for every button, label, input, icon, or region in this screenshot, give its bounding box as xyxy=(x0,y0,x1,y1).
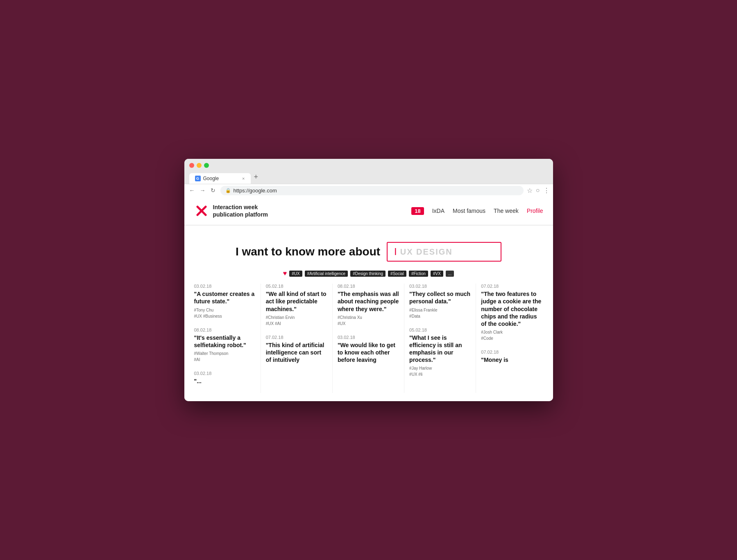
browser-window: G Google × + ← → ↻ 🔒 https://google.com … xyxy=(184,159,553,401)
tag-bar: ♥ #UX #Artificial intelligence #Design t… xyxy=(184,270,553,284)
refresh-button[interactable]: ↻ xyxy=(209,186,217,194)
search-box[interactable]: I UX DESIGN xyxy=(387,242,501,262)
close-window-button[interactable] xyxy=(189,163,194,168)
tag-ai[interactable]: #Artificial intelligence xyxy=(305,271,348,277)
tag-fiction[interactable]: #Fiction xyxy=(409,271,428,277)
menu-icon[interactable]: ⋮ xyxy=(543,187,550,194)
tag-social[interactable]: #Social xyxy=(388,271,406,277)
article-item: 03.02.18 "A customer creates a future st… xyxy=(194,284,256,319)
articles-section: 03.02.18 "A customer creates a future st… xyxy=(184,284,553,401)
article-item: 05.02.18 "We all kind of start to act li… xyxy=(266,284,327,327)
article-quote: "It's essentially a selfietaking robot." xyxy=(194,334,256,349)
article-tags: #Code xyxy=(481,335,543,341)
article-quote: "A customer creates a future state." xyxy=(194,290,256,305)
nav-link-profile[interactable]: Profile xyxy=(527,208,543,214)
article-item: 05.02.18 "What I see is efficiency is st… xyxy=(409,327,471,378)
article-meta: #Christian Ervin #UX #AI xyxy=(266,314,327,327)
article-col-5: 07.02.18 "The two features to judge a co… xyxy=(476,284,548,393)
article-tags: #UX #AI xyxy=(266,321,327,327)
article-date: 07.02.18 xyxy=(266,335,327,340)
url-text: https://google.com xyxy=(234,187,277,194)
new-tab-button[interactable]: + xyxy=(251,171,262,183)
article-tags: #UX #Business xyxy=(194,313,256,319)
address-bar[interactable]: 🔒 https://google.com xyxy=(220,186,524,195)
forward-button[interactable]: → xyxy=(198,186,207,194)
article-col-3: 08.02.18 "The emphasis was all about rea… xyxy=(333,284,404,393)
article-item: 08.02.18 "It's essentially a selfietakin… xyxy=(194,327,256,363)
article-author: #Tony Chu xyxy=(194,307,256,313)
article-item: 03.02.18 "We would like to get to know e… xyxy=(338,335,399,364)
lock-icon: 🔒 xyxy=(225,188,231,193)
desktop-background: G Google × + ← → ↻ 🔒 https://google.com … xyxy=(0,0,737,560)
article-meta: #Elissa Frankle #Data xyxy=(409,307,471,319)
browser-chrome: G Google × + ← → ↻ 🔒 https://google.com … xyxy=(184,159,553,197)
article-item: 07.02.18 "Money is xyxy=(481,350,543,364)
article-quote: "We all kind of start to act like predic… xyxy=(266,290,327,313)
site-nav: 18 IxDA Most famous The week Profile xyxy=(411,207,543,215)
maximize-window-button[interactable] xyxy=(204,163,209,168)
nav-link-ixda[interactable]: IxDA xyxy=(432,208,444,214)
profile-icon[interactable]: ○ xyxy=(536,187,540,194)
search-placeholder-text: UX DESIGN xyxy=(400,247,453,257)
address-bar-nav: ← → ↻ xyxy=(188,186,217,194)
article-author: #Jay Harlow xyxy=(409,365,471,371)
article-author: #Walter Thompson xyxy=(194,350,256,357)
article-date: 07.02.18 xyxy=(481,350,543,355)
article-item: 03.02.18 "They collect so much personal … xyxy=(409,284,471,319)
nav-badge[interactable]: 18 xyxy=(411,207,424,215)
article-author: #Christina Xu xyxy=(338,314,399,321)
article-meta: #Josh Clark #Code xyxy=(481,329,543,341)
article-meta: #Tony Chu #UX #Business xyxy=(194,307,256,319)
nav-link-most-famous[interactable]: Most famous xyxy=(453,208,485,214)
address-bar-row: ← → ↻ 🔒 https://google.com ☆ ○ ⋮ xyxy=(184,184,553,197)
site-header: Interaction week publication platform 18… xyxy=(184,197,553,225)
tag-design-thinking[interactable]: #Design thinking xyxy=(350,271,386,277)
search-cursor-icon: I xyxy=(394,246,397,257)
heart-icon[interactable]: ♥ xyxy=(283,270,287,277)
article-quote: "The emphasis was all about reaching peo… xyxy=(338,290,399,313)
article-col-2: 05.02.18 "We all kind of start to act li… xyxy=(261,284,333,393)
tag-ux[interactable]: #UX xyxy=(289,271,302,277)
article-date: 08.02.18 xyxy=(194,327,256,332)
back-button[interactable]: ← xyxy=(188,186,197,194)
article-meta: #Jay Harlow #UX #li xyxy=(409,365,471,377)
article-date: 05.02.18 xyxy=(409,327,471,332)
article-quote: "This kind of artificial intelligence ca… xyxy=(266,341,327,364)
tag-more-button[interactable]: ... xyxy=(446,271,454,277)
article-item: 07.02.18 "The two features to judge a co… xyxy=(481,284,543,341)
minimize-window-button[interactable] xyxy=(197,163,202,168)
article-item: 07.02.18 "This kind of artificial intell… xyxy=(266,335,327,364)
article-meta: #Christina Xu #UX xyxy=(338,314,399,327)
article-tags: #Data xyxy=(409,313,471,319)
hero-text: I want to know more about xyxy=(236,245,380,258)
tab-favicon: G xyxy=(195,176,201,181)
article-author: #Josh Clark xyxy=(481,329,543,335)
article-date: 03.02.18 xyxy=(194,284,256,289)
site-content: Interaction week publication platform 18… xyxy=(184,197,553,401)
article-col-4: 03.02.18 "They collect so much personal … xyxy=(404,284,476,393)
article-tags: #UX #li xyxy=(409,371,471,377)
articles-grid: 03.02.18 "A customer creates a future st… xyxy=(189,284,548,393)
article-quote: "Money is xyxy=(481,356,543,364)
article-quote: "We would like to get to know each other… xyxy=(338,341,399,364)
bookmark-icon[interactable]: ☆ xyxy=(527,187,533,194)
article-quote: "They collect so much personal data." xyxy=(409,290,471,305)
article-date: 07.02.18 xyxy=(481,284,543,289)
browser-controls xyxy=(189,163,548,168)
site-logo: Interaction week publication platform xyxy=(194,203,268,218)
site-title: Interaction week publication platform xyxy=(213,203,268,218)
article-tags: #UX xyxy=(338,321,399,327)
tag-vx[interactable]: #VX xyxy=(431,271,443,277)
article-author: #Christian Ervin xyxy=(266,314,327,321)
article-date: 03.02.18 xyxy=(338,335,399,340)
article-col-1: 03.02.18 "A customer creates a future st… xyxy=(189,284,261,393)
browser-toolbar-right: ☆ ○ ⋮ xyxy=(527,187,550,194)
article-quote: "The two features to judge a cookie are … xyxy=(481,290,543,327)
article-quote: "... xyxy=(194,377,256,385)
tab-close-button[interactable]: × xyxy=(242,176,245,181)
article-author: #Elissa Frankle xyxy=(409,307,471,313)
browser-tab[interactable]: G Google × xyxy=(189,173,251,184)
tab-title: Google xyxy=(203,176,219,181)
nav-link-the-week[interactable]: The week xyxy=(494,208,519,214)
hero-section: I want to know more about I UX DESIGN xyxy=(184,226,553,270)
